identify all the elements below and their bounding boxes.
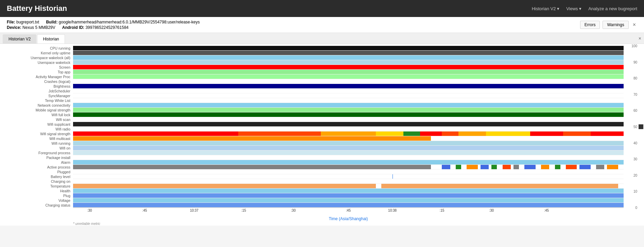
tab-historian[interactable]: Historian (37, 34, 65, 43)
row-label: Mobile signal strength (0, 108, 72, 112)
tab-historian-v2[interactable]: Historian V2 (3, 34, 36, 43)
chart-row (73, 122, 624, 127)
row-label: Temp White List (0, 98, 72, 103)
close-button[interactable]: × (631, 22, 637, 28)
row-label: Active process (0, 165, 72, 170)
chart-row (73, 131, 624, 136)
time-label: :30 (489, 209, 494, 212)
row-label: Alarm (0, 160, 72, 165)
row-label: Wifi supplicant (0, 122, 72, 127)
time-label: 10:37 (190, 209, 198, 212)
file-info: File: bugreport.txt Build: google/hammer… (7, 20, 200, 24)
y-axis-label: 60 (633, 109, 637, 112)
chart-row (73, 146, 624, 151)
chart-row (73, 179, 624, 184)
chart-row (73, 155, 624, 160)
chart-row (73, 89, 624, 93)
row-label: Charging on (0, 179, 72, 184)
chart-row (73, 51, 624, 55)
labels-column: CPU runningKernel only uptimeUserspace w… (0, 46, 73, 208)
row-label: Package install (0, 155, 72, 160)
row-label: Charging status (0, 203, 72, 208)
chart-row (73, 160, 624, 165)
chart-row (73, 65, 624, 70)
tabs-bar: Historian V2 Historian × (0, 33, 644, 44)
chart-area (73, 46, 624, 208)
row-label: Network connectivity (0, 103, 72, 108)
row-label: Activity Manager Proc (0, 74, 72, 79)
row-label: Crashes (logcat) (0, 79, 72, 84)
y-axis-label: 100 (631, 44, 637, 48)
chart-row (73, 55, 624, 60)
chart-row (73, 184, 624, 189)
y-axis-label: 80 (633, 76, 637, 80)
row-label: Screen (0, 65, 72, 70)
header-nav: Historian V2 ▾ Views ▾ Analyze a new bug… (532, 6, 637, 11)
y-axis-label: 70 (633, 92, 637, 96)
chart-row (73, 60, 624, 65)
chart-row (73, 93, 624, 98)
row-label: Temperature (0, 184, 72, 189)
chart-row (73, 141, 624, 146)
y-axis-label: 40 (633, 141, 637, 145)
battery-level-marker (639, 124, 643, 129)
time-axis: :30:4510:37:15:30:4510:38:15:30:45 (73, 208, 624, 215)
chart-row (73, 117, 624, 122)
chart-row (73, 151, 624, 155)
time-label: :15 (439, 209, 444, 212)
time-label: 10:38 (388, 209, 397, 212)
row-label: Wifi running (0, 141, 72, 146)
app-title: Battery Historian (7, 4, 67, 13)
historian-v2-menu[interactable]: Historian V2 ▾ (532, 6, 559, 11)
chart-row (73, 108, 624, 112)
row-label: SyncManager (0, 93, 72, 98)
chart-row (73, 127, 624, 131)
y-axis-label: 50 (633, 125, 637, 129)
warnings-button[interactable]: Warnings (603, 21, 628, 29)
chart-row (73, 46, 624, 51)
row-label: Userspace wakelock (0, 60, 72, 65)
y-axis: 1009080706050403020100 Battery Level (624, 46, 644, 208)
row-label: CPU running (0, 46, 72, 51)
row-label: Userspace wakelock (all) (0, 55, 72, 60)
row-label: Wifi scan (0, 117, 72, 122)
row-label: Foreground process (0, 151, 72, 155)
time-axis-title: Time (Asia/Shanghai) (73, 216, 624, 221)
y-axis-label: 0 (635, 206, 637, 210)
time-label: :45 (346, 209, 351, 212)
row-label: Plug (0, 193, 72, 198)
chart-row (73, 136, 624, 141)
time-label: :45 (142, 209, 147, 212)
views-menu[interactable]: Views ▾ (566, 6, 581, 11)
row-label: Wifi multicast (0, 136, 72, 141)
info-left: File: bugreport.txt Build: google/hammer… (7, 20, 200, 30)
row-label: Wifi signal strength (0, 131, 72, 136)
row-label: Health (0, 189, 72, 193)
info-right: Errors Warnings × (580, 21, 637, 29)
chart-row (73, 84, 624, 89)
chart-row (73, 170, 624, 174)
row-label: Wifi full lock (0, 112, 72, 117)
chart-row (73, 98, 624, 103)
chart-row (73, 79, 624, 84)
chart-row (73, 70, 624, 74)
info-bar: File: bugreport.txt Build: google/hammer… (0, 17, 644, 33)
errors-button[interactable]: Errors (580, 21, 600, 29)
chart-row (73, 193, 624, 198)
row-label: Wifi on (0, 146, 72, 151)
row-label: Brightness (0, 84, 72, 89)
row-label: Kernel only uptime (0, 51, 72, 55)
unreliable-note: * unreliable metric (73, 222, 644, 226)
y-axis-label: 10 (633, 190, 637, 193)
tabs: Historian V2 Historian (3, 33, 66, 43)
chart-row (73, 189, 624, 193)
header: Battery Historian Historian V2 ▾ Views ▾… (0, 0, 644, 17)
chart-row (73, 203, 624, 208)
y-axis-label: 20 (633, 173, 637, 177)
row-label: Wifi radio (0, 127, 72, 131)
device-info: Device: Nexus 5 MMB29V Android ID: 39978… (7, 25, 200, 30)
chart-row (73, 103, 624, 108)
tab-close-button[interactable]: × (639, 36, 641, 41)
time-label: :30 (87, 209, 92, 212)
analyze-link[interactable]: Analyze a new bugreport (588, 6, 637, 11)
